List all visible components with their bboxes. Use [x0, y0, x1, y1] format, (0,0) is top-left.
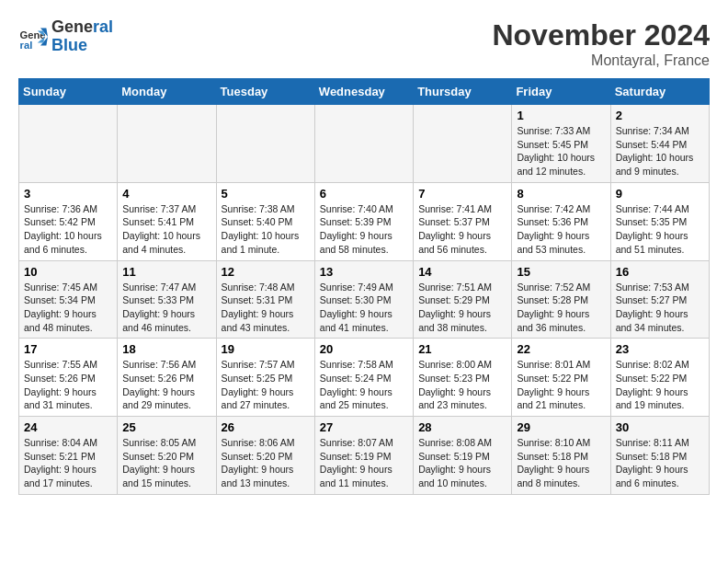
calendar-cell: 27Sunrise: 8:07 AM Sunset: 5:19 PM Dayli…: [314, 417, 413, 495]
day-number: 13: [320, 265, 408, 279]
svg-text:ral: ral: [20, 40, 33, 51]
day-info: Sunrise: 7:38 AM Sunset: 5:40 PM Dayligh…: [222, 202, 310, 257]
calendar-table: SundayMondayTuesdayWednesdayThursdayFrid…: [18, 78, 710, 495]
week-row-5: 24Sunrise: 8:04 AM Sunset: 5:21 PM Dayli…: [19, 417, 710, 495]
day-number: 30: [616, 420, 704, 434]
calendar-cell: 16Sunrise: 7:53 AM Sunset: 5:27 PM Dayli…: [610, 260, 709, 339]
day-info: Sunrise: 7:53 AM Sunset: 5:27 PM Dayligh…: [616, 281, 704, 335]
day-info: Sunrise: 8:04 AM Sunset: 5:21 PM Dayligh…: [24, 436, 112, 490]
calendar-cell: 3Sunrise: 7:36 AM Sunset: 5:42 PM Daylig…: [19, 182, 118, 260]
calendar-cell: 12Sunrise: 7:48 AM Sunset: 5:31 PM Dayli…: [216, 260, 314, 339]
day-number: 23: [616, 342, 704, 356]
day-info: Sunrise: 8:07 AM Sunset: 5:19 PM Dayligh…: [320, 436, 408, 490]
day-number: 8: [517, 187, 605, 201]
calendar-cell: 11Sunrise: 7:47 AM Sunset: 5:33 PM Dayli…: [118, 260, 216, 339]
calendar-cell: 8Sunrise: 7:42 AM Sunset: 5:36 PM Daylig…: [512, 182, 610, 260]
calendar-cell: 10Sunrise: 7:45 AM Sunset: 5:34 PM Dayli…: [19, 260, 118, 339]
day-info: Sunrise: 7:51 AM Sunset: 5:29 PM Dayligh…: [418, 281, 506, 335]
calendar-cell: 7Sunrise: 7:41 AM Sunset: 5:37 PM Daylig…: [414, 182, 512, 260]
week-row-2: 3Sunrise: 7:36 AM Sunset: 5:42 PM Daylig…: [19, 182, 710, 260]
day-info: Sunrise: 7:58 AM Sunset: 5:24 PM Dayligh…: [320, 358, 408, 412]
header-friday: Friday: [512, 79, 610, 105]
calendar-cell: 2Sunrise: 7:34 AM Sunset: 5:44 PM Daylig…: [610, 105, 709, 183]
day-info: Sunrise: 8:11 AM Sunset: 5:18 PM Dayligh…: [616, 436, 704, 490]
header-wednesday: Wednesday: [314, 79, 413, 105]
day-info: Sunrise: 7:55 AM Sunset: 5:26 PM Dayligh…: [24, 358, 112, 412]
day-number: 28: [418, 420, 506, 434]
calendar-cell: 23Sunrise: 8:02 AM Sunset: 5:22 PM Dayli…: [610, 339, 709, 417]
day-info: Sunrise: 8:08 AM Sunset: 5:19 PM Dayligh…: [418, 436, 506, 490]
day-info: Sunrise: 8:05 AM Sunset: 5:20 PM Dayligh…: [122, 436, 210, 490]
calendar-cell: 1Sunrise: 7:33 AM Sunset: 5:45 PM Daylig…: [512, 105, 610, 183]
day-number: 2: [616, 109, 704, 122]
week-row-3: 10Sunrise: 7:45 AM Sunset: 5:34 PM Dayli…: [19, 260, 710, 339]
day-number: 17: [24, 342, 112, 356]
day-info: Sunrise: 7:45 AM Sunset: 5:34 PM Dayligh…: [24, 281, 112, 335]
day-number: 12: [222, 265, 310, 279]
day-info: Sunrise: 7:48 AM Sunset: 5:31 PM Dayligh…: [222, 281, 310, 335]
calendar-cell: 30Sunrise: 8:11 AM Sunset: 5:18 PM Dayli…: [610, 417, 709, 495]
day-number: 18: [122, 342, 210, 356]
day-number: 21: [418, 342, 506, 356]
calendar-cell: 5Sunrise: 7:38 AM Sunset: 5:40 PM Daylig…: [216, 182, 314, 260]
day-info: Sunrise: 7:44 AM Sunset: 5:35 PM Dayligh…: [616, 202, 704, 257]
calendar-cell: [414, 105, 512, 183]
day-number: 27: [320, 420, 408, 434]
day-number: 9: [616, 187, 704, 201]
day-number: 15: [517, 265, 605, 279]
day-number: 14: [418, 265, 506, 279]
calendar-header-row: SundayMondayTuesdayWednesdayThursdayFrid…: [19, 79, 710, 105]
calendar-cell: [314, 105, 413, 183]
calendar-cell: 4Sunrise: 7:37 AM Sunset: 5:41 PM Daylig…: [118, 182, 216, 260]
page-header: Gene ral General Blue November 2024 Mont…: [18, 18, 710, 69]
day-info: Sunrise: 7:49 AM Sunset: 5:30 PM Dayligh…: [320, 281, 408, 335]
calendar-cell: 9Sunrise: 7:44 AM Sunset: 5:35 PM Daylig…: [610, 182, 709, 260]
header-saturday: Saturday: [610, 79, 709, 105]
day-info: Sunrise: 8:06 AM Sunset: 5:20 PM Dayligh…: [222, 436, 310, 490]
day-info: Sunrise: 7:36 AM Sunset: 5:42 PM Dayligh…: [24, 202, 112, 257]
calendar-cell: [118, 105, 216, 183]
day-info: Sunrise: 7:56 AM Sunset: 5:26 PM Dayligh…: [122, 358, 210, 412]
week-row-4: 17Sunrise: 7:55 AM Sunset: 5:26 PM Dayli…: [19, 339, 710, 417]
day-number: 6: [320, 187, 408, 201]
calendar-cell: 15Sunrise: 7:52 AM Sunset: 5:28 PM Dayli…: [512, 260, 610, 339]
calendar-cell: 6Sunrise: 7:40 AM Sunset: 5:39 PM Daylig…: [314, 182, 413, 260]
day-info: Sunrise: 7:37 AM Sunset: 5:41 PM Dayligh…: [122, 202, 210, 257]
title-block: November 2024 Montayral, France: [492, 18, 710, 69]
calendar-cell: 17Sunrise: 7:55 AM Sunset: 5:26 PM Dayli…: [19, 339, 118, 417]
day-number: 4: [122, 187, 210, 201]
calendar-cell: 13Sunrise: 7:49 AM Sunset: 5:30 PM Dayli…: [314, 260, 413, 339]
calendar-cell: 18Sunrise: 7:56 AM Sunset: 5:26 PM Dayli…: [118, 339, 216, 417]
day-number: 1: [517, 109, 605, 122]
calendar-cell: 21Sunrise: 8:00 AM Sunset: 5:23 PM Dayli…: [414, 339, 512, 417]
calendar-cell: 20Sunrise: 7:58 AM Sunset: 5:24 PM Dayli…: [314, 339, 413, 417]
day-number: 11: [122, 265, 210, 279]
day-info: Sunrise: 7:47 AM Sunset: 5:33 PM Dayligh…: [122, 281, 210, 335]
day-info: Sunrise: 7:57 AM Sunset: 5:25 PM Dayligh…: [222, 358, 310, 412]
day-number: 10: [24, 265, 112, 279]
day-number: 5: [222, 187, 310, 201]
calendar-cell: [19, 105, 118, 183]
day-info: Sunrise: 7:40 AM Sunset: 5:39 PM Dayligh…: [320, 202, 408, 257]
header-tuesday: Tuesday: [216, 79, 314, 105]
day-info: Sunrise: 7:41 AM Sunset: 5:37 PM Dayligh…: [418, 202, 506, 257]
logo: Gene ral General Blue: [18, 18, 113, 55]
day-number: 26: [222, 420, 310, 434]
day-number: 25: [122, 420, 210, 434]
calendar-cell: 14Sunrise: 7:51 AM Sunset: 5:29 PM Dayli…: [414, 260, 512, 339]
location: Montayral, France: [492, 52, 710, 69]
header-monday: Monday: [118, 79, 216, 105]
header-sunday: Sunday: [19, 79, 118, 105]
logo-name: General Blue: [51, 18, 113, 55]
week-row-1: 1Sunrise: 7:33 AM Sunset: 5:45 PM Daylig…: [19, 105, 710, 183]
calendar-cell: 28Sunrise: 8:08 AM Sunset: 5:19 PM Dayli…: [414, 417, 512, 495]
day-info: Sunrise: 7:34 AM Sunset: 5:44 PM Dayligh…: [616, 124, 704, 178]
calendar-cell: 29Sunrise: 8:10 AM Sunset: 5:18 PM Dayli…: [512, 417, 610, 495]
logo-icon: Gene ral: [18, 22, 48, 52]
day-number: 19: [222, 342, 310, 356]
day-info: Sunrise: 8:02 AM Sunset: 5:22 PM Dayligh…: [616, 358, 704, 412]
day-number: 3: [24, 187, 112, 201]
calendar-cell: 22Sunrise: 8:01 AM Sunset: 5:22 PM Dayli…: [512, 339, 610, 417]
day-info: Sunrise: 7:52 AM Sunset: 5:28 PM Dayligh…: [517, 281, 605, 335]
day-number: 22: [517, 342, 605, 356]
